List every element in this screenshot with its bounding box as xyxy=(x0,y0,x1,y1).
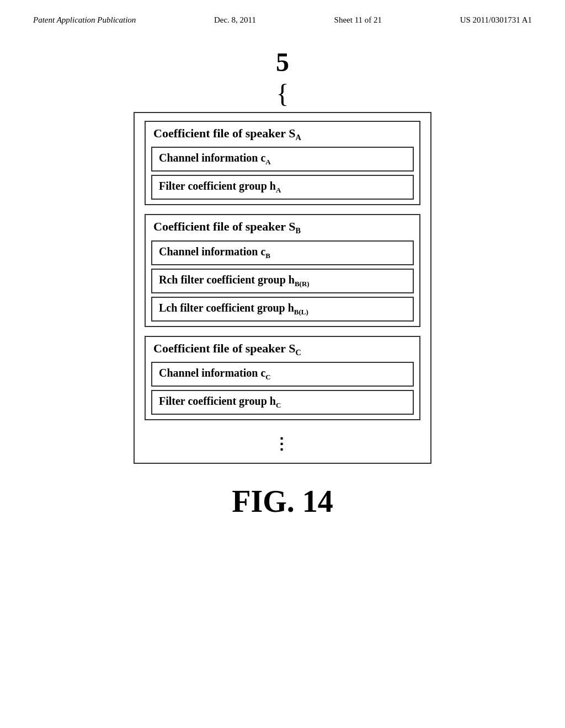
speaker-a-title: Coefficient file of speaker SA xyxy=(151,126,414,142)
speaker-b-title: Coefficient file of speaker SB xyxy=(151,220,414,235)
brace-icon: { xyxy=(276,78,289,109)
lch-filter-b: Lch filter coefficient group hB(L) xyxy=(151,297,414,322)
filter-coeff-a: Filter coefficient group hA xyxy=(151,175,414,200)
continuation-dots: ⋮ xyxy=(145,429,420,455)
publication-label: Patent Application Publication xyxy=(33,15,136,25)
patent-number: US 2011/0301731 A1 xyxy=(460,15,532,25)
outer-container-box: Coefficient file of speaker SA Channel i… xyxy=(134,112,431,464)
filter-coeff-c: Filter coefficient group hC xyxy=(151,390,414,415)
rch-filter-b: Rch filter coefficient group hB(R) xyxy=(151,269,414,293)
figure-label: FIG. 14 xyxy=(232,484,333,519)
diagram-area: 5 { Coefficient file of speaker SA Chann… xyxy=(0,47,565,519)
speaker-b-section: Coefficient file of speaker SB Channel i… xyxy=(145,214,420,326)
speaker-a-section: Coefficient file of speaker SA Channel i… xyxy=(145,121,420,205)
channel-info-b: Channel information cB xyxy=(151,240,414,265)
speaker-c-title: Coefficient file of speaker SC xyxy=(151,341,414,357)
page-header: Patent Application Publication Dec. 8, 2… xyxy=(0,0,565,25)
channel-info-c: Channel information cC xyxy=(151,362,414,387)
channel-info-a: Channel information cA xyxy=(151,147,414,172)
diagram-label-5: 5 xyxy=(276,47,289,77)
sheet-label: Sheet 11 of 21 xyxy=(334,15,382,25)
date-label: Dec. 8, 2011 xyxy=(214,15,256,25)
speaker-c-section: Coefficient file of speaker SC Channel i… xyxy=(145,336,420,420)
